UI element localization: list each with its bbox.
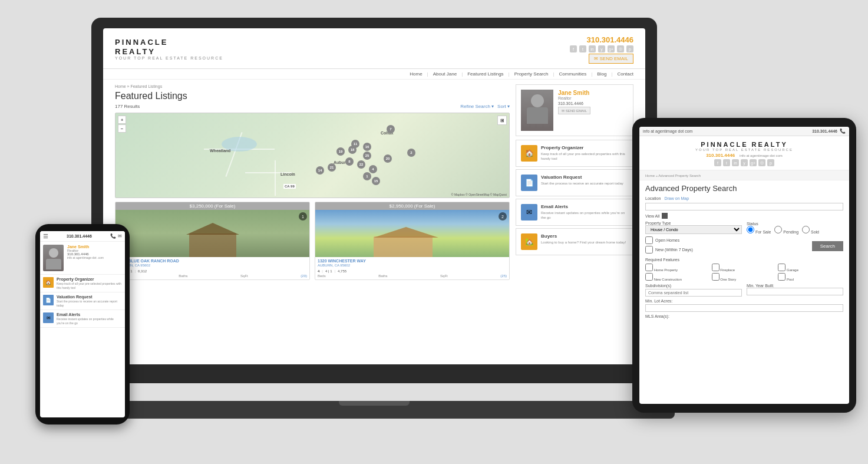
refine-button[interactable]: Refine Search ▾ [460, 104, 494, 109]
t-twitter-icon[interactable]: t [723, 159, 730, 166]
map-pin-14[interactable]: 14 [316, 166, 324, 175]
widget-title-3: Email Alerts [541, 204, 628, 209]
map-layers-button[interactable]: ⊞ [497, 116, 507, 125]
zoom-out-button[interactable]: − [118, 124, 126, 133]
map-pin-2[interactable]: 2 [407, 149, 415, 157]
sidebar-column: Jane Smith Realtor 310.301.4446 ✉ SEND E… [516, 84, 633, 364]
instagram-icon[interactable]: ◎ [617, 45, 624, 52]
tablet-open-homes-checkbox[interactable] [645, 236, 653, 244]
tablet-header-info: 310.301.4446 info at agentimage-dot com [645, 153, 843, 158]
tablet-sold-option[interactable]: Sold [802, 226, 819, 234]
feature-home-property[interactable]: Home Property [645, 264, 711, 272]
map-pin-4[interactable]: 4 [369, 165, 377, 173]
phone-widget-2[interactable]: 📄 Valuation Request Start the process to… [40, 292, 125, 310]
phone-widget-3[interactable]: ✉ Email Alerts Receive instant updates o… [40, 310, 125, 328]
map-pin-21[interactable]: 21 [328, 163, 336, 172]
listing-address-2[interactable]: 1320 WINCHESTER WAY [315, 257, 509, 264]
hamburger-icon[interactable]: ☰ [43, 233, 48, 239]
widget-valuation[interactable]: 📄 Valuation Request Start the process to… [516, 169, 633, 196]
tablet-phone[interactable]: 310.301.4446 [706, 153, 735, 158]
feature-one-story[interactable]: One Story [712, 273, 777, 281]
linkedin-icon[interactable]: in [589, 45, 596, 52]
nav-communities[interactable]: Communities [559, 71, 587, 77]
listing-address-1[interactable]: 5310 BLUE OAK RANCH ROAD [115, 257, 309, 264]
t-youtube-icon[interactable]: y [741, 159, 748, 166]
map-pin-18[interactable]: 18 [348, 146, 357, 154]
feature-new-construction[interactable]: New Construction [645, 273, 711, 281]
map-pin-16[interactable]: 16 [363, 143, 371, 151]
nav-contact[interactable]: Contact [617, 71, 633, 77]
map-city-wheatland: Wheatland [210, 149, 230, 153]
tablet-view-all-checkbox[interactable] [662, 213, 668, 219]
nav-blog[interactable]: Blog [597, 71, 606, 77]
page-title: Featured Listings [115, 91, 510, 101]
phone-agent-email[interactable]: info at agentimage-dot .com [67, 256, 122, 259]
tablet-min-lot-input[interactable] [645, 304, 843, 312]
widget-title-4: Buyers [541, 233, 628, 239]
logo-title2: REALTY [115, 47, 223, 57]
tablet-view-all-label: View All [645, 214, 659, 218]
tablet-pending-option[interactable]: Pending [774, 226, 798, 234]
twitter-icon[interactable]: t [579, 45, 586, 52]
widget-buyers[interactable]: 🏡 Buyers Looking to buy a home? Find you… [516, 228, 633, 255]
tablet-min-year-group: Min. Year Built: [747, 284, 843, 297]
nav-featured[interactable]: Featured Listings [467, 71, 503, 77]
t-googleplus-icon[interactable]: g+ [750, 159, 757, 166]
tablet-page-title: Advanced Property Search [645, 184, 843, 193]
phone-device: ☰ 310.301.4446 📞 ✉ [35, 224, 130, 424]
map-pin-1[interactable]: 1 [363, 172, 371, 180]
zoom-in-button[interactable]: + [118, 116, 126, 124]
map-pin-22[interactable]: 22 [357, 160, 365, 169]
tablet-required-features-label: Required Features [645, 258, 843, 262]
map-pin-15[interactable]: 15 [372, 177, 380, 185]
facebook-icon[interactable]: f [570, 45, 577, 52]
laptop-screen: PINNACLE REALTY YOUR TOP REAL ESTATE RES… [103, 28, 645, 364]
listing-image-1[interactable]: 1 [115, 210, 309, 257]
tablet-min-year-input[interactable] [747, 288, 843, 295]
listing-image-2[interactable]: 2 [315, 210, 509, 257]
phone-number[interactable]: 310.301.4446 [67, 234, 92, 238]
pinterest-icon[interactable]: p [626, 45, 633, 52]
feature-garage[interactable]: Garage [778, 264, 843, 272]
agent-email-button[interactable]: ✉ SEND EMAIL [558, 107, 590, 114]
results-count: 177 Results [115, 104, 140, 109]
phone-widget-info-1: Property Organizer Keep track of all you… [57, 277, 122, 289]
tablet-new-7days-checkbox[interactable] [645, 246, 653, 254]
phone-call-icon[interactable]: 📞 [110, 233, 116, 239]
tablet-draw-map-link[interactable]: Draw on Map [664, 196, 689, 200]
nav-home[interactable]: Home [410, 71, 422, 77]
sort-button[interactable]: Sort ▾ [497, 104, 510, 109]
agent-phone[interactable]: 310.301.4446 [558, 101, 628, 106]
tablet-location-input[interactable] [645, 203, 843, 210]
logo-title: PINNACLE [115, 38, 223, 47]
phone-website: ☰ 310.301.4446 📞 ✉ [40, 231, 125, 328]
nav-about[interactable]: About Jane [433, 71, 457, 77]
googleplus-icon[interactable]: g+ [608, 45, 615, 52]
map-pin-25[interactable]: 25 [363, 152, 371, 160]
listing-labels-1: BedsBathsSqFt (20) [115, 274, 309, 279]
valuation-icon: 📄 [521, 175, 537, 191]
tablet-subdivision-input[interactable] [645, 289, 742, 297]
youtube-icon[interactable]: y [598, 45, 605, 52]
widget-property-organizer[interactable]: 🏠 Property Organizer Keep track of all y… [516, 140, 633, 167]
t-instagram-icon[interactable]: ◎ [758, 159, 765, 166]
map-pin-7[interactable]: 7 [387, 125, 395, 133]
header-phone[interactable]: 310.301.4446 [570, 35, 633, 44]
map-container[interactable]: Wheatland Lincoln Auburn Colfax CA 99 7 … [115, 113, 510, 198]
nav-search[interactable]: Property Search [514, 71, 549, 77]
t-facebook-icon[interactable]: f [714, 159, 721, 166]
tablet-for-sale-option[interactable]: For Sale [747, 226, 771, 234]
t-pinterest-icon[interactable]: p [767, 159, 774, 166]
map-pin-20[interactable]: 20 [384, 154, 392, 163]
feature-fireplace[interactable]: Fireplace [712, 264, 777, 272]
t-linkedin-icon[interactable]: in [732, 159, 739, 166]
send-email-button[interactable]: ✉ SEND EMAIL [589, 54, 633, 64]
widget-email-alerts[interactable]: ✉ Email Alerts Receive instant updates o… [516, 199, 633, 226]
map-pin-8[interactable]: 8 [345, 157, 354, 166]
tablet-search-button[interactable]: Search [812, 241, 843, 251]
feature-pool[interactable]: Pool [778, 273, 843, 281]
phone-email-icon[interactable]: ✉ [118, 233, 122, 239]
phone-widget-1[interactable]: 🏠 Property Organizer Keep track of all y… [40, 275, 125, 292]
map-pin-19[interactable]: 19 [336, 147, 345, 156]
tablet-property-type-select[interactable]: House / Condo [645, 225, 742, 234]
